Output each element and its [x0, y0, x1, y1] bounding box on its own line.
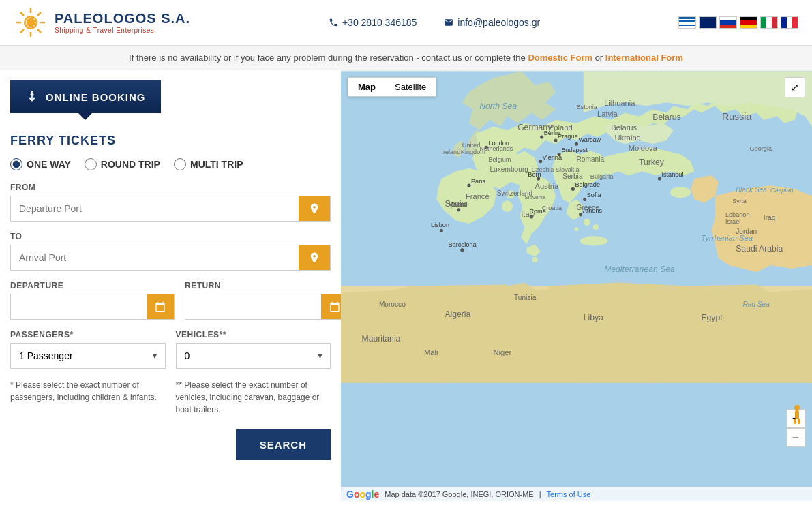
- svg-text:Bulgaria: Bulgaria: [590, 173, 614, 180]
- svg-text:Luxembourg: Luxembourg: [490, 166, 528, 173]
- svg-text:Libya: Libya: [584, 313, 603, 322]
- map-canvas[interactable]: Tyrrhenian Sea Mediterranean Sea Black S…: [341, 70, 812, 502]
- trip-option-round-trip[interactable]: ROUND TRIP: [85, 158, 160, 170]
- svg-point-39: [571, 187, 575, 191]
- svg-text:Morocco: Morocco: [379, 301, 406, 308]
- svg-text:Algeria: Algeria: [445, 309, 470, 319]
- map-zoom-out-button[interactable]: −: [786, 428, 805, 447]
- svg-text:Mauritania: Mauritania: [361, 334, 400, 344]
- map-tab-satellite[interactable]: Satellite: [385, 78, 436, 96]
- svg-point-11: [584, 219, 590, 226]
- svg-text:Istanbul: Istanbul: [661, 171, 683, 178]
- passengers-select-wrap: 1 Passenger 2 Passengers 3 Passengers 4 …: [10, 343, 166, 369]
- svg-text:Russia: Russia: [722, 111, 752, 122]
- svg-text:Black Sea: Black Sea: [736, 186, 767, 194]
- svg-point-13: [574, 227, 578, 231]
- map-separator: |: [539, 490, 541, 498]
- departure-port-input[interactable]: [11, 196, 299, 221]
- return-label: RETURN: [185, 281, 349, 290]
- svg-text:Syria: Syria: [732, 198, 747, 204]
- email-contact[interactable]: info@paleologos.gr: [444, 17, 540, 28]
- svg-line-8: [20, 29, 24, 33]
- passengers-label: PASSENGERS*: [10, 330, 166, 339]
- svg-text:Egypt: Egypt: [701, 313, 723, 322]
- svg-point-41: [583, 198, 586, 201]
- domestic-form-link[interactable]: Domestic Form: [528, 52, 592, 63]
- to-location-button[interactable]: [299, 245, 330, 270]
- svg-line-7: [37, 12, 41, 16]
- departure-calendar-button[interactable]: [147, 294, 174, 319]
- round-trip-label: ROUND TRIP: [101, 159, 160, 170]
- vehicles-field: VEHICLES** 0 1 2 3: [176, 330, 331, 369]
- flag-greek[interactable]: [678, 16, 696, 29]
- flag-english[interactable]: [699, 16, 717, 29]
- passengers-select[interactable]: 1 Passenger 2 Passengers 3 Passengers 4 …: [10, 343, 166, 369]
- svg-text:Croatia: Croatia: [542, 204, 562, 211]
- pegman-icon: [790, 404, 804, 425]
- map-panel: Map Satellite ⤢: [341, 70, 812, 502]
- logo-company-name: PALEOLOGOS S.A.: [55, 11, 190, 27]
- svg-point-45: [658, 177, 661, 180]
- logo-area: PALEOLOGOS S.A. Shipping & Travel Enterp…: [14, 5, 190, 40]
- from-field: FROM: [10, 183, 331, 222]
- svg-point-35: [554, 139, 557, 142]
- logo-icon: [14, 5, 48, 40]
- multi-trip-radio[interactable]: [174, 158, 186, 170]
- online-booking-button[interactable]: ONLINE BOOKING: [10, 80, 161, 113]
- svg-rect-103: [795, 410, 799, 419]
- trip-option-one-way[interactable]: ONE WAY: [10, 158, 71, 170]
- svg-text:Red Sea: Red Sea: [742, 301, 770, 308]
- svg-text:Niger: Niger: [494, 348, 512, 356]
- flag-russian[interactable]: [719, 16, 737, 29]
- flag-italian[interactable]: [760, 16, 778, 29]
- flag-german[interactable]: [740, 16, 757, 29]
- one-way-radio[interactable]: [10, 158, 22, 170]
- flag-french[interactable]: [781, 16, 798, 29]
- svg-point-14: [502, 201, 513, 212]
- svg-text:Barcelona: Barcelona: [449, 241, 477, 248]
- return-date-input[interactable]: 19/12/2017: [185, 294, 321, 319]
- vehicles-select[interactable]: 0 1 2 3: [176, 343, 331, 369]
- svg-text:Latvia: Latvia: [597, 110, 618, 118]
- to-label: TO: [10, 232, 331, 241]
- trip-option-multi-trip[interactable]: MULTI TRIP: [174, 158, 243, 170]
- from-location-button[interactable]: [299, 196, 330, 221]
- one-way-label: ONE WAY: [27, 159, 71, 170]
- terms-of-use-link[interactable]: Terms of Use: [547, 490, 591, 498]
- arrival-port-input[interactable]: [11, 245, 299, 270]
- departure-date-input[interactable]: 18/12/2017: [11, 294, 147, 319]
- email-link[interactable]: info@paleologos.gr: [457, 17, 540, 28]
- svg-text:Serbia: Serbia: [562, 172, 583, 180]
- search-button[interactable]: SEARCH: [236, 429, 331, 460]
- logo-text: PALEOLOGOS S.A. Shipping & Travel Enterp…: [55, 11, 190, 34]
- header-contact: +30 2810 346185 info@paleologos.gr: [190, 17, 678, 28]
- svg-text:Lebanon: Lebanon: [725, 211, 750, 218]
- ferry-tickets-title: FERRY TICKETS: [10, 134, 331, 148]
- location-pin-icon: [308, 202, 320, 215]
- svg-text:France: France: [466, 192, 490, 200]
- svg-point-47: [457, 208, 460, 211]
- date-row: DEPARTURE 18/12/2017 RETURN 19/12/2017: [10, 281, 331, 320]
- svg-text:Austria: Austria: [535, 182, 560, 190]
- map-attribution: Google Map data ©2017 Google, INEGI, ORI…: [341, 487, 812, 502]
- phone-link[interactable]: +30 2810 346185: [342, 17, 417, 28]
- round-trip-radio[interactable]: [85, 158, 97, 170]
- booking-btn-wrap: ONLINE BOOKING: [0, 70, 341, 113]
- svg-point-31: [539, 160, 542, 163]
- header: PALEOLOGOS S.A. Shipping & Travel Enterp…: [0, 0, 812, 46]
- trip-type-options: ONE WAY ROUND TRIP MULTI TRIP: [10, 158, 331, 170]
- international-form-link[interactable]: International Form: [605, 52, 683, 63]
- svg-text:Iraq: Iraq: [764, 214, 776, 222]
- phone-contact[interactable]: +30 2810 346185: [329, 17, 417, 28]
- street-view-pegman[interactable]: [790, 404, 804, 427]
- map-tab-map[interactable]: Map: [348, 78, 385, 96]
- svg-text:Saudi Arabia: Saudi Arabia: [736, 244, 783, 254]
- map-expand-button[interactable]: ⤢: [785, 77, 805, 97]
- email-icon: [444, 18, 453, 27]
- phone-icon: [329, 18, 338, 27]
- svg-point-43: [579, 213, 582, 216]
- vehicles-label: VEHICLES**: [176, 330, 331, 339]
- multi-trip-label: MULTI TRIP: [190, 159, 243, 170]
- svg-text:Caspian: Caspian: [770, 187, 793, 194]
- svg-text:Mediterranean Sea: Mediterranean Sea: [604, 264, 675, 274]
